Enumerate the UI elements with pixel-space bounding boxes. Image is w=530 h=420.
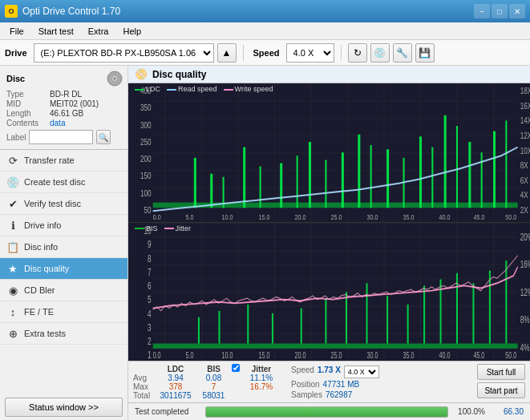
- maximize-button[interactable]: □: [492, 4, 508, 18]
- lower-legend: BIS Jitter: [135, 224, 191, 232]
- svg-text:14X: 14X: [520, 115, 530, 125]
- svg-text:35.0: 35.0: [403, 212, 415, 221]
- svg-rect-50: [444, 115, 447, 208]
- svg-rect-41: [309, 142, 311, 208]
- sidebar-item-cd-bler[interactable]: ◉ CD Bler: [0, 280, 127, 301]
- svg-text:4X: 4X: [520, 190, 529, 200]
- position-row: Position 47731 MB: [291, 380, 379, 389]
- progress-row: Test completed 100.0% 66.30: [128, 402, 530, 420]
- svg-text:20%: 20%: [520, 231, 530, 242]
- toolbar-separator: [243, 45, 244, 61]
- svg-text:5.0: 5.0: [186, 212, 194, 221]
- svg-text:8: 8: [148, 252, 152, 263]
- toolbar: Drive (E:) PLEXTOR BD-R PX-LB950SA 1.06 …: [0, 40, 530, 66]
- svg-rect-37: [243, 147, 245, 208]
- extra-tests-icon: ⊕: [6, 327, 19, 340]
- upper-chart: LDC Read speed Write speed 400 350: [128, 83, 530, 223]
- status-window-button[interactable]: Status window >>: [5, 398, 123, 417]
- eject-button[interactable]: ▲: [217, 43, 237, 63]
- ldc-legend: LDC: [135, 85, 160, 93]
- disc-button[interactable]: 💿: [370, 43, 390, 63]
- chart-header-title: Disc quality: [152, 69, 206, 80]
- menu-start-test[interactable]: Start test: [32, 25, 80, 38]
- svg-text:40.0: 40.0: [439, 212, 451, 221]
- sidebar-item-disc-info[interactable]: 📋 Disc info: [0, 236, 127, 258]
- sidebar-item-label: Drive info: [24, 220, 61, 230]
- svg-rect-55: [505, 120, 507, 208]
- sidebar-item-fe-te[interactable]: ↕ FE / TE: [0, 301, 127, 323]
- chart-header-icon: 📀: [135, 68, 148, 80]
- sidebar-item-disc-quality[interactable]: ★ Disc quality: [0, 258, 127, 280]
- stats-table: LDC BIS Jitter Avg 3.94 0.08 11.1%: [133, 364, 281, 400]
- disc-panel: Disc Type BD-R DL MID MEIT02 (001) Lengt…: [0, 66, 127, 150]
- menu-extra[interactable]: Extra: [82, 25, 115, 38]
- svg-rect-44: [358, 135, 360, 208]
- settings-button[interactable]: 🔧: [393, 43, 412, 63]
- svg-text:15.0: 15.0: [259, 350, 270, 360]
- progress-bar-container: [205, 406, 448, 418]
- svg-rect-85: [198, 317, 200, 343]
- menu-file[interactable]: File: [3, 25, 30, 38]
- close-button[interactable]: ✕: [509, 4, 525, 18]
- disc-title: Disc: [6, 74, 25, 83]
- refresh-button[interactable]: ↻: [348, 43, 367, 63]
- svg-text:50.0: 50.0: [505, 212, 516, 221]
- bis-legend: BIS: [135, 224, 158, 232]
- sidebar-item-drive-info[interactable]: ℹ Drive info: [0, 215, 127, 236]
- sidebar-item-transfer-rate[interactable]: ⟳ Transfer rate: [0, 150, 127, 172]
- menu-help[interactable]: Help: [116, 25, 148, 38]
- disc-quality-icon: ★: [6, 262, 19, 275]
- action-buttons: Start full Start part: [477, 364, 525, 398]
- svg-rect-94: [407, 304, 409, 343]
- jitter-checkbox[interactable]: [232, 364, 240, 372]
- start-full-button[interactable]: Start full: [477, 364, 525, 380]
- svg-text:10X: 10X: [520, 145, 530, 155]
- svg-rect-93: [386, 295, 388, 343]
- samples-label: Samples: [291, 390, 322, 399]
- svg-text:45.0: 45.0: [473, 212, 484, 221]
- minimize-button[interactable]: −: [474, 4, 490, 18]
- svg-rect-54: [493, 131, 496, 208]
- label-row: Label 🔍: [6, 130, 123, 144]
- svg-rect-57: [153, 223, 518, 361]
- disc-info-rows: Type BD-R DL MID MEIT02 (001) Length 46.…: [6, 90, 123, 144]
- svg-text:2X: 2X: [520, 205, 529, 215]
- sidebar-item-label: Verify test disc: [24, 199, 81, 208]
- disc-row-contents: Contents data: [6, 119, 123, 127]
- svg-rect-87: [247, 304, 249, 343]
- sidebar-item-label: CD Bler: [24, 285, 55, 295]
- cd-bler-icon: ◉: [6, 284, 19, 297]
- svg-text:6X: 6X: [520, 176, 529, 185]
- sidebar-status: Status window >>: [0, 394, 127, 420]
- sidebar-item-create-test-disc[interactable]: 💿 Create test disc: [0, 172, 127, 193]
- disc-info-icon: 📋: [6, 240, 19, 253]
- svg-text:150: 150: [140, 171, 152, 180]
- save-button[interactable]: 💾: [415, 43, 435, 63]
- nav-items: ⟳ Transfer rate 💿 Create test disc ✔ Ver…: [0, 150, 127, 345]
- titlebar-controls: − □ ✕: [474, 4, 525, 18]
- speed-label: Speed: [253, 48, 280, 58]
- svg-text:25.0: 25.0: [331, 350, 342, 360]
- samples-row: Samples 762987: [291, 390, 379, 399]
- svg-rect-91: [346, 292, 347, 343]
- svg-rect-42: [325, 160, 326, 208]
- app-icon: O: [5, 5, 18, 18]
- sidebar-item-extra-tests[interactable]: ⊕ Extra tests: [0, 323, 127, 345]
- sidebar-item-verify-test-disc[interactable]: ✔ Verify test disc: [0, 193, 127, 215]
- svg-rect-39: [280, 164, 282, 208]
- label-input[interactable]: [29, 130, 93, 144]
- start-part-button[interactable]: Start part: [477, 382, 525, 398]
- drive-select[interactable]: (E:) PLEXTOR BD-R PX-LB950SA 1.06: [34, 43, 214, 63]
- speed-select[interactable]: 4.0 X: [286, 43, 334, 63]
- disc-row-length: Length 46.61 GB: [6, 109, 123, 118]
- svg-text:16X: 16X: [520, 101, 530, 111]
- speed-info: Speed 1.73 X 4.0 X Position 47731 MB Sam…: [291, 365, 379, 399]
- sidebar-item-label: Transfer rate: [24, 155, 75, 165]
- speed-select-stats[interactable]: 4.0 X: [344, 365, 379, 378]
- upper-chart-svg: 400 350 300 250 200 150 100 50 18X 16X 1…: [128, 83, 530, 222]
- svg-text:8X: 8X: [520, 160, 529, 170]
- progress-label: Test completed: [135, 407, 199, 416]
- speed-value: 1.73 X: [318, 365, 341, 378]
- main-area: Disc Type BD-R DL MID MEIT02 (001) Lengt…: [0, 66, 530, 420]
- label-search-button[interactable]: 🔍: [96, 130, 111, 144]
